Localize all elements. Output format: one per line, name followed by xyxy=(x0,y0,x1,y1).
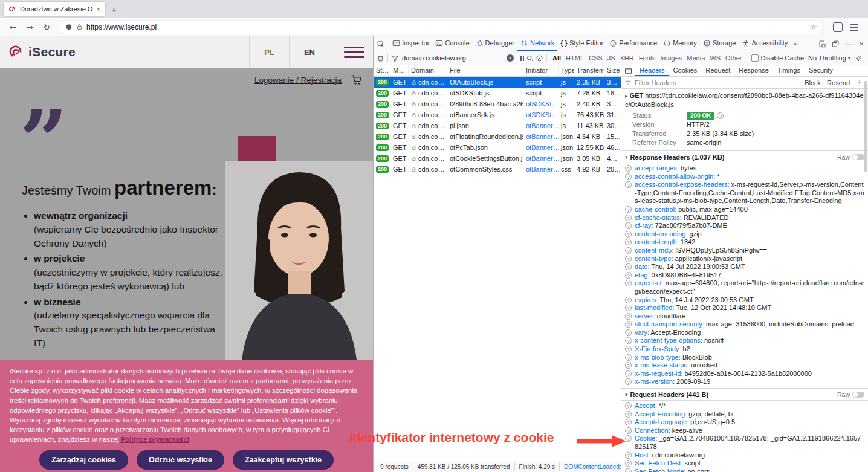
scrollbar-thumb[interactable] xyxy=(864,81,867,172)
help-icon[interactable]: ? xyxy=(625,468,632,472)
type-filter-button[interactable]: Fonts xyxy=(636,54,658,62)
disable-cache-control[interactable]: Disable Cache xyxy=(751,54,805,62)
help-icon[interactable]: ? xyxy=(625,402,632,409)
header-name[interactable]: server xyxy=(635,312,655,320)
header-name[interactable]: cf-cache-status xyxy=(635,214,682,221)
tab-debugger[interactable]: Debugger xyxy=(473,36,517,51)
header-name[interactable]: content-length xyxy=(635,238,679,245)
header-name[interactable]: vary xyxy=(635,329,649,336)
type-filter-button[interactable]: WS xyxy=(707,54,723,62)
url-filter-input[interactable] xyxy=(401,54,505,62)
initiator-cell[interactable]: otBanner… xyxy=(523,133,559,140)
help-icon[interactable]: ? xyxy=(625,247,632,254)
tab-network[interactable]: Network xyxy=(517,36,557,51)
details-tab[interactable]: Response xyxy=(734,65,773,76)
close-devtools-icon[interactable]: × xyxy=(859,39,864,48)
reload-icon[interactable]: ↻ xyxy=(39,22,54,32)
header-name[interactable]: access-control-allow-origin xyxy=(635,173,715,180)
header-name[interactable]: x-content-type-options xyxy=(635,337,702,344)
devtools-menu-icon[interactable]: ⋯ xyxy=(845,39,853,48)
help-icon[interactable]: ? xyxy=(625,239,632,245)
initiator-cell[interactable]: otSDKSt… xyxy=(523,100,559,108)
details-tab[interactable]: Timings xyxy=(773,65,805,76)
tab-storage[interactable]: Storage xyxy=(700,36,739,51)
header-name[interactable]: cf-ray xyxy=(635,222,653,229)
help-icon[interactable]: ? xyxy=(625,256,632,262)
col-status[interactable]: St… xyxy=(374,65,390,76)
help-icon[interactable]: ? xyxy=(625,263,632,270)
tab-performance[interactable]: Performance xyxy=(606,36,660,51)
back-icon[interactable]: ← xyxy=(5,22,21,32)
help-icon[interactable]: ? xyxy=(625,337,632,344)
header-name[interactable]: Accept-Encoding xyxy=(635,410,687,418)
isecure-logo[interactable]: iSecure xyxy=(8,44,76,60)
separate-window-icon[interactable] xyxy=(832,40,840,48)
network-request-row[interactable]: 200 GET cdn.co… otSDKStub.js script js 7… xyxy=(374,88,621,99)
network-request-row[interactable]: 200 GET cdn.co… otCookieSettingsButton.j… xyxy=(374,153,621,164)
details-more-icon[interactable]: ⋮ xyxy=(854,79,864,86)
col-file[interactable]: File xyxy=(447,65,523,76)
type-filter-button[interactable]: JS xyxy=(605,54,618,62)
header-name[interactable]: Accept xyxy=(635,402,657,409)
help-icon[interactable]: ? xyxy=(625,165,632,172)
responsive-design-icon[interactable] xyxy=(818,40,826,48)
bookmark-star-icon[interactable]: ☆ xyxy=(810,22,817,31)
filter-headers-input[interactable] xyxy=(633,79,800,87)
type-filter-button[interactable]: Images xyxy=(658,54,684,62)
site-menu-icon[interactable] xyxy=(344,47,364,58)
help-icon[interactable]: ? xyxy=(625,272,632,279)
col-type[interactable]: Type xyxy=(559,65,574,76)
tab-console[interactable]: Console xyxy=(432,36,472,51)
details-tab[interactable]: Cookies xyxy=(669,65,702,76)
help-icon[interactable]: ? xyxy=(625,435,632,442)
header-name[interactable]: content-encoding xyxy=(635,230,687,238)
tab-memory[interactable]: Memory xyxy=(660,36,700,51)
help-icon[interactable]: ? xyxy=(625,321,632,328)
help-icon[interactable]: ? xyxy=(625,362,632,369)
cookie-action-button[interactable]: Zaakceptuj wszystkie xyxy=(233,450,334,470)
header-name[interactable]: x-ms-request-id xyxy=(635,370,682,377)
pick-element-icon[interactable] xyxy=(374,36,389,51)
col-size[interactable]: Size xyxy=(604,65,621,76)
details-tab[interactable]: Security xyxy=(805,65,837,76)
header-name[interactable]: accept-ranges xyxy=(635,164,679,172)
header-name[interactable]: Sec-Fetch-Dest xyxy=(635,459,682,467)
initiator-cell[interactable]: otBanner… xyxy=(523,155,559,162)
header-name[interactable]: Accept-Language xyxy=(635,418,688,425)
type-filter-button[interactable]: HTML xyxy=(563,54,586,62)
request-headers-section[interactable]: ▾Request Headers (441 B) Raw xyxy=(621,388,868,401)
col-transferred[interactable]: Transferred xyxy=(574,65,604,76)
request-url-line[interactable]: ▸ GET https://cdn.cookielaw.org/consent/… xyxy=(621,89,868,111)
help-icon[interactable]: ? xyxy=(625,346,632,352)
help-icon[interactable]: ? xyxy=(625,354,632,361)
type-filter-button[interactable]: All xyxy=(550,54,563,62)
disable-cache-checkbox[interactable] xyxy=(751,54,759,62)
header-name[interactable]: access-control-expose-headers xyxy=(635,181,730,188)
help-icon[interactable]: ? xyxy=(625,222,632,229)
header-name[interactable]: x-ms-lease-status xyxy=(635,361,689,369)
help-icon[interactable]: ? xyxy=(625,173,632,180)
clear-requests-icon[interactable] xyxy=(377,54,384,62)
initiator-cell[interactable]: script xyxy=(523,89,559,97)
lang-en-button[interactable]: EN xyxy=(290,48,329,57)
help-icon[interactable]: ? xyxy=(625,460,632,467)
tab-accessibility[interactable]: Accessibility xyxy=(739,36,791,51)
clear-filter-icon[interactable]: × xyxy=(507,54,514,62)
tab-close-icon[interactable]: × xyxy=(97,5,100,13)
cart-icon[interactable] xyxy=(350,74,363,86)
resend-button[interactable]: Resend xyxy=(825,79,852,86)
initiator-cell[interactable]: otBanner… xyxy=(523,144,559,151)
more-tabs-icon[interactable]: » xyxy=(791,40,799,47)
url-bar[interactable]: https://www.isecure.pl ☆ xyxy=(60,21,822,34)
header-name[interactable]: Sec-Fetch-Mode xyxy=(635,468,685,472)
header-name[interactable]: content-type xyxy=(635,255,673,262)
type-filter-button[interactable]: Media xyxy=(684,54,707,62)
help-icon[interactable]: ? xyxy=(625,297,632,303)
cookie-action-button[interactable]: Odrzuć wszystkie xyxy=(137,450,224,470)
type-filter-button[interactable]: XHR xyxy=(617,54,636,62)
help-icon[interactable]: ? xyxy=(625,305,632,311)
help-icon[interactable]: ? xyxy=(717,112,724,119)
help-icon[interactable]: ? xyxy=(625,313,632,320)
type-filter-button[interactable]: Other xyxy=(723,54,745,62)
header-name[interactable]: Host xyxy=(635,451,650,459)
